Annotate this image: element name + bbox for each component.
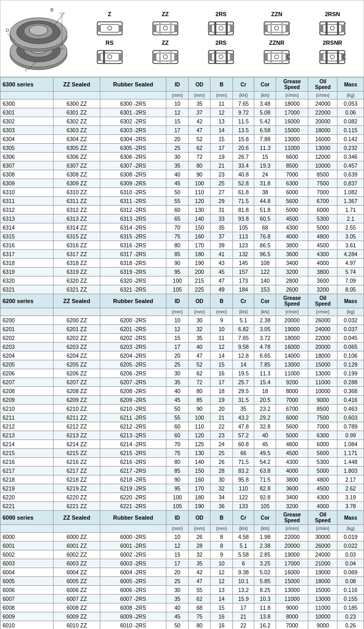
unit-row-6200: (mm) (mm) (mm) (kN) (kN) (r/min) (r/min)… [1, 308, 364, 316]
table-row: 62046204 ZZ6204 -2RS20471412.86.65140001… [1, 351, 364, 360]
col-grease: GreaseSpeed [276, 78, 308, 92]
diagram-icon-zz [138, 19, 192, 37]
bearings-table: 6300 series ZZ Sealed Rubber Sealed ID O… [0, 77, 364, 629]
table-row: 63126312 ZZ6312 -2RS601303181.851.850006… [1, 206, 364, 215]
col-od: OD [188, 78, 211, 92]
top-section: B D r Z ZZ 2RS ZZN 2RSN [0, 0, 364, 77]
table-row: 62196219 ZZ6219 -2RS951703211082.8360045… [1, 484, 364, 493]
table-row: 63076307 ZZ6307 -2RS35802133.419.3850010… [1, 161, 364, 170]
svg-rect-52 [326, 22, 328, 35]
svg-rect-31 [159, 22, 161, 35]
table-row: 60086008 ZZ6008 -2RS4068151711.890001100… [1, 603, 364, 612]
svg-point-49 [330, 26, 334, 30]
svg-rect-54 [97, 51, 122, 64]
table-row: 63036303 ZZ6303 -2RS17471413.56.58150001… [1, 126, 364, 135]
bearing-image: B D r [5, 5, 77, 72]
col-mass: Mass [337, 78, 364, 92]
svg-rect-37 [230, 24, 233, 32]
svg-text:D: D [6, 28, 9, 33]
unit-row-6300: (mm) (mm) (mm) (kN) (kN) (r/min) (r/min)… [1, 92, 364, 99]
svg-rect-53 [337, 22, 339, 35]
table-row: 62066206 ZZ6206 -2RS30621619.511.3110001… [1, 369, 364, 378]
table-row: 62136213 ZZ6213 -2RS601202357.2405000630… [1, 431, 364, 440]
table-row: 63156315 ZZ6315 -2RS751603711376.8400048… [1, 232, 364, 241]
svg-rect-39 [226, 22, 228, 35]
table-row: 60096009 ZZ6009 -2RS4575162113.880001000… [1, 612, 364, 621]
svg-rect-88 [337, 51, 339, 64]
series-6200-header: 6200 series ZZ Sealed Rubber Sealed ID O… [1, 294, 364, 308]
svg-rect-51 [342, 24, 345, 32]
diagram-label-2rs: 2RS [194, 11, 248, 17]
svg-point-21 [108, 26, 112, 30]
table-row: 62096209 ZZ6209 -2RS45851931.520.5700090… [1, 396, 364, 405]
svg-rect-43 [264, 24, 267, 32]
table-row: 63136313 ZZ6313 -2RS651403393.860.545005… [1, 215, 364, 223]
svg-rect-61 [156, 53, 175, 61]
diagram-icon-2rsn [306, 19, 359, 37]
table-row: 63166316 ZZ6316 -2RS801703912386.5380045… [1, 241, 364, 250]
svg-rect-25 [119, 25, 122, 32]
unit-row-6000: (mm) (mm) (mm) (kN) (kN) (r/min) (r/min)… [1, 525, 364, 533]
svg-rect-26 [153, 22, 178, 35]
svg-rect-41 [267, 24, 286, 32]
table-row: 63086308 ZZ6308 -2RS40902340.82470008500… [1, 170, 364, 179]
svg-rect-74 [264, 51, 289, 64]
table-row: 62106210 ZZ6210 -2RS5090203523.267008500… [1, 405, 364, 413]
table-row: 60026002 ZZ6002 -2RS153295.582.851900024… [1, 550, 364, 559]
table-row: 62056205 ZZ6205 -2RS255215147.8513000150… [1, 360, 364, 369]
series-6000-header: 6000 series ZZ Sealed Rubber Sealed ID O… [1, 511, 364, 525]
svg-text:B: B [50, 7, 54, 12]
svg-rect-33 [209, 22, 233, 35]
svg-rect-87 [326, 51, 328, 64]
table-row: 63046304 ZZ6304 -2RS20521515.87.88130001… [1, 135, 364, 144]
table-row: 62146214 ZZ6214 -2RS701252460.8454800600… [1, 440, 364, 449]
table-row: 60106010 ZZ6010 -2RS5080162216.270009000… [1, 621, 364, 630]
svg-point-76 [275, 55, 279, 59]
table-row: 60056005 ZZ6005 -2RS25471210.15.85150001… [1, 577, 364, 586]
table-row: 63006300 ZZ6300 -2RS1035117.653.48180002… [1, 99, 364, 108]
svg-rect-19 [97, 22, 122, 35]
table-row: 63206320 ZZ6320 -2RS10021547173140280036… [1, 276, 364, 285]
diagram-icon-zz-b [138, 48, 192, 66]
diagram-icon-rs [83, 48, 136, 66]
diagram-label-zznr: ZZNR [250, 40, 304, 46]
svg-rect-38 [214, 22, 216, 35]
diagram-label-2rsn: 2RSN [306, 11, 359, 17]
svg-rect-59 [103, 51, 105, 64]
svg-rect-72 [214, 51, 216, 64]
svg-rect-24 [97, 25, 100, 32]
series-6300-rubber: Rubber Sealed [100, 78, 166, 92]
svg-point-62 [163, 55, 167, 59]
table-row: 60016001 ZZ6001 -2RS122885.12.3820000260… [1, 542, 364, 550]
svg-point-84 [330, 55, 334, 59]
svg-point-56 [108, 55, 112, 59]
series-6300-title: 6300 series [1, 78, 54, 92]
svg-rect-44 [286, 24, 289, 32]
table-row: 63216321 ZZ6321 -2RS10522549184153260032… [1, 285, 364, 294]
table-row: 62206220 ZZ6220 -2RS1001803412292.834004… [1, 493, 364, 502]
table-row: 62076207 ZZ6207 -2RS35721725.715.4920011… [1, 378, 364, 387]
table-row: 62126212 ZZ6212 -2RS601102247.832.856007… [1, 422, 364, 431]
svg-rect-47 [320, 22, 345, 35]
diagram-icon-2rs [194, 19, 248, 37]
table-row: 63186318 ZZ6318 -2RS90190431451083400400… [1, 259, 364, 268]
table-row: 63066306 ZZ6306 -2RS30721926.71566001200… [1, 153, 364, 161]
col-b: B [211, 78, 233, 92]
table-row: 62086208 ZZ6208 -2RS40801829.51880001000… [1, 387, 364, 396]
table-row: 62176217 ZZ6217 -2RS851502883.263.840005… [1, 467, 364, 475]
svg-rect-40 [264, 22, 289, 35]
svg-rect-80 [281, 51, 283, 64]
diagram-label-z: Z [83, 11, 136, 17]
svg-rect-57 [97, 53, 100, 61]
diagram-label-zzn: ZZN [250, 11, 304, 17]
col-id: ID [166, 78, 189, 92]
col-cor: Cor [254, 78, 276, 92]
svg-rect-36 [209, 24, 212, 32]
svg-point-35 [219, 26, 223, 30]
series-6300-header: 6300 series ZZ Sealed Rubber Sealed ID O… [1, 78, 364, 92]
table-row: 62166216 ZZ6216 -2RS801402671.554.243005… [1, 458, 364, 467]
table-row: 60066006 ZZ6006 -2RS30551313.28.25130001… [1, 586, 364, 595]
diagram-label-2rsnr: 2RSNR [306, 40, 359, 46]
table-row: 63096309 ZZ6309 -2RS451002552.831.863007… [1, 179, 364, 188]
diagram-label-2rs2: 2RS [194, 40, 248, 46]
